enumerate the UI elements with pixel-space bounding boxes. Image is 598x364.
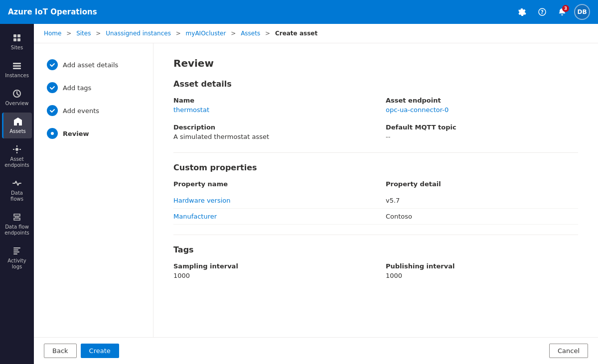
prop-detail-header: Property detail	[386, 180, 578, 188]
sampling-interval-label: Sampling interval	[173, 262, 366, 270]
tags-grid: Sampling interval 1000 Publishing interv…	[173, 262, 578, 279]
divider-2	[173, 235, 578, 235]
settings-icon[interactable]	[514, 4, 530, 20]
field-description: Description A simulated thermostat asset	[173, 123, 366, 140]
avatar[interactable]: DB	[574, 4, 590, 20]
step-label-add-tags: Add tags	[63, 84, 91, 92]
cancel-button[interactable]: Cancel	[549, 344, 588, 358]
name-value: thermostat	[173, 106, 366, 114]
field-name: Name thermostat	[173, 97, 366, 114]
main-layout: Sites Instances Overview Assets Asset en…	[0, 24, 598, 364]
prop-row-1: Manufacturer Contoso	[173, 209, 578, 225]
svg-rect-5	[17, 38, 20, 41]
field-default-mqtt: Default MQTT topic --	[386, 123, 578, 140]
step-add-tags[interactable]: Add tags	[42, 78, 145, 97]
prop-row-0: Hardware version v5.7	[173, 193, 578, 209]
sidebar-item-overview[interactable]: Overview	[2, 85, 32, 111]
asset-details-grid: Name thermostat Asset endpoint opc-ua-co…	[173, 97, 578, 140]
sidebar-item-assets[interactable]: Assets	[2, 113, 32, 138]
sidebar-item-asset-endpoints-label: Asset endpoints	[4, 156, 30, 168]
prop-value-1: Contoso	[386, 213, 578, 220]
sidebar-item-sites-label: Sites	[11, 45, 23, 51]
asset-endpoint-label: Asset endpoint	[386, 97, 578, 104]
svg-rect-14	[13, 253, 17, 254]
step-add-asset-details[interactable]: Add asset details	[42, 55, 145, 74]
publishing-interval-value: 1000	[386, 272, 578, 279]
wizard-layout: Add asset details Add tags Add events	[34, 43, 598, 337]
breadcrumb-sites[interactable]: Sites	[76, 30, 91, 37]
prop-name-0: Hardware version	[173, 197, 366, 204]
sidebar-item-data-flow-endpoints[interactable]: Data flow endpoints	[2, 208, 32, 240]
step-label-add-asset-details: Add asset details	[63, 61, 118, 69]
description-value: A simulated thermostat asset	[173, 133, 366, 140]
step-circle-add-events	[47, 105, 58, 116]
sidebar-item-asset-endpoints[interactable]: Asset endpoints	[2, 140, 32, 172]
footer: Back Create Cancel	[34, 337, 598, 364]
step-label-add-events: Add events	[63, 107, 99, 115]
svg-text:?: ?	[541, 9, 544, 15]
svg-point-10	[15, 148, 18, 151]
props-header: Property name Property detail	[173, 180, 578, 188]
breadcrumb-unassigned-instances[interactable]: Unassigned instances	[106, 30, 171, 37]
asset-details-title: Asset details	[173, 79, 578, 89]
breadcrumb-cluster[interactable]: myAIOcluster	[186, 30, 226, 37]
default-mqtt-label: Default MQTT topic	[386, 123, 578, 131]
step-review[interactable]: Review	[42, 124, 145, 143]
svg-rect-8	[13, 68, 21, 69]
svg-rect-12	[13, 249, 18, 250]
tags-title: Tags	[173, 245, 578, 254]
breadcrumb-current: Create asset	[275, 30, 317, 37]
breadcrumb: Home > Sites > Unassigned instances > my…	[34, 24, 598, 43]
notification-badge: 3	[562, 5, 569, 12]
prop-name-1: Manufacturer	[173, 213, 366, 220]
custom-properties-title: Custom properties	[173, 163, 578, 172]
sidebar-item-activity-logs[interactable]: Activity logs	[2, 242, 32, 274]
svg-rect-2	[13, 34, 16, 37]
sidebar-item-data-flows-label: Data flows	[4, 190, 30, 202]
back-button[interactable]: Back	[44, 344, 77, 358]
sidebar-item-instances-label: Instances	[5, 73, 29, 79]
breadcrumb-home[interactable]: Home	[44, 30, 61, 37]
app-title: Azure IoT Operations	[8, 7, 508, 16]
sidebar-item-assets-label: Assets	[9, 128, 26, 134]
prop-value-0: v5.7	[386, 197, 578, 204]
default-mqtt-value: --	[386, 133, 578, 140]
sidebar: Sites Instances Overview Assets Asset en…	[0, 24, 34, 364]
svg-rect-3	[17, 34, 20, 37]
svg-rect-6	[13, 63, 21, 64]
review-panel: Review Asset details Name thermostat Ass…	[153, 43, 598, 337]
bell-icon[interactable]: 3	[554, 4, 570, 20]
sampling-interval-value: 1000	[173, 272, 366, 279]
field-sampling-interval: Sampling interval 1000	[173, 262, 366, 279]
step-label-review: Review	[63, 130, 89, 137]
sidebar-item-overview-label: Overview	[5, 101, 28, 107]
field-asset-endpoint: Asset endpoint opc-ua-connector-0	[386, 97, 578, 114]
help-icon[interactable]: ?	[534, 4, 550, 20]
publishing-interval-label: Publishing interval	[386, 262, 578, 270]
step-circle-add-tags	[47, 82, 58, 93]
step-circle-review	[47, 128, 58, 139]
sidebar-item-instances[interactable]: Instances	[2, 57, 32, 83]
page-title: Review	[173, 57, 578, 69]
sidebar-item-data-flow-endpoints-label: Data flow endpoints	[4, 224, 30, 236]
svg-rect-4	[13, 38, 16, 41]
step-add-events[interactable]: Add events	[42, 101, 145, 120]
field-publishing-interval: Publishing interval 1000	[386, 262, 578, 279]
breadcrumb-assets[interactable]: Assets	[241, 30, 260, 37]
step-circle-add-asset-details	[47, 59, 58, 70]
svg-rect-7	[13, 65, 21, 67]
content-area: Home > Sites > Unassigned instances > my…	[34, 24, 598, 364]
topbar-actions: ? 3 DB	[514, 4, 590, 20]
steps-panel: Add asset details Add tags Add events	[34, 43, 153, 337]
divider-1	[173, 152, 578, 153]
create-button[interactable]: Create	[81, 344, 119, 358]
svg-rect-11	[13, 247, 20, 248]
sidebar-item-activity-logs-label: Activity logs	[4, 258, 30, 270]
sidebar-item-sites[interactable]: Sites	[2, 29, 32, 55]
description-label: Description	[173, 123, 366, 131]
asset-endpoint-value: opc-ua-connector-0	[386, 106, 578, 114]
svg-rect-13	[13, 251, 19, 252]
sidebar-item-data-flows[interactable]: Data flows	[2, 174, 32, 206]
prop-name-header: Property name	[173, 180, 366, 188]
topbar: Azure IoT Operations ? 3 DB	[0, 0, 598, 24]
